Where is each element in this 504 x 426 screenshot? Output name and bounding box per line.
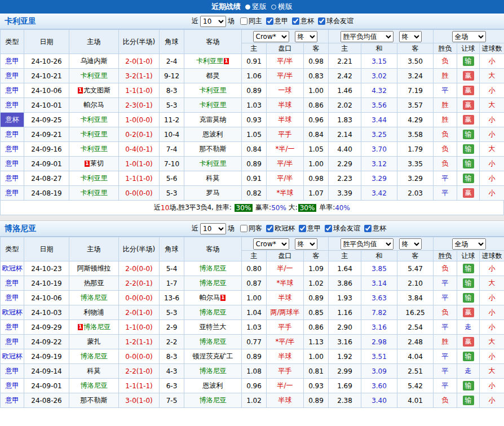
layout-radio-selected[interactable]: 竖版 [245, 2, 267, 11]
home-team[interactable]: 博洛尼亚 [69, 379, 119, 393]
away-team[interactable]: 博洛尼亚 [184, 335, 242, 349]
odds-stage-select[interactable]: 终 [295, 238, 317, 250]
away-team[interactable]: 博洛尼亚 [184, 305, 242, 320]
checkbox-input[interactable] [240, 17, 247, 25]
avg-odds-select[interactable]: 胜平负均值 [341, 31, 394, 42]
filter-checkbox-同主[interactable]: 同主 [240, 16, 262, 26]
match-score[interactable]: 0-2(0-1) [119, 127, 160, 142]
layout-radio-option[interactable]: 横版 [271, 2, 293, 11]
home-team[interactable]: 科莫 [69, 364, 119, 379]
match-score[interactable]: 1-1(1-0) [119, 171, 160, 186]
checkbox-input[interactable] [266, 17, 273, 25]
match-count-select[interactable]: 10 [200, 223, 226, 234]
checkbox-input[interactable] [266, 225, 273, 232]
away-team[interactable]: 帕尔马1 [184, 291, 242, 305]
home-team[interactable]: 阿斯顿维拉 [69, 261, 119, 276]
match-type: 意甲 [1, 157, 24, 171]
bookmaker-select[interactable]: Crow* [253, 238, 289, 250]
away-team[interactable]: 都灵 [184, 69, 242, 83]
scope-select[interactable]: 全场 [452, 31, 486, 42]
match-score[interactable]: 1-0(1-0) [119, 157, 160, 171]
odds-stage-select[interactable]: 终 [295, 31, 317, 42]
away-team[interactable]: 亚特兰大 [184, 320, 242, 335]
match-score[interactable]: 2-2(1-0) [119, 364, 160, 379]
home-team[interactable]: 卡利亚里 [69, 142, 119, 157]
match-score[interactable]: 1-0(0-0) [119, 113, 160, 127]
checkbox-input[interactable] [299, 225, 306, 232]
filter-checkbox-球会友谊[interactable]: 球会友谊 [318, 16, 353, 26]
checkbox-label: 意甲 [275, 16, 288, 26]
avg-odds-select[interactable]: 胜平负均值 [341, 238, 394, 250]
match-count-select[interactable]: 10 [200, 16, 226, 27]
match-score[interactable]: 2-0(1-0) [119, 54, 160, 69]
away-team[interactable]: 克雷莫纳 [184, 113, 242, 127]
match-score[interactable]: 3-2(1-1) [119, 69, 160, 83]
checkbox-input[interactable] [240, 225, 247, 232]
filter-checkbox-意甲[interactable]: 意甲 [266, 16, 288, 26]
away-team[interactable]: 卡利亚里 [184, 157, 242, 171]
checkbox-input[interactable] [292, 17, 299, 25]
away-team[interactable]: 卡利亚里 [184, 98, 242, 113]
away-team[interactable]: 卡利亚里1 [184, 54, 242, 69]
bookmaker-select[interactable]: Crow* [253, 31, 289, 42]
home-team[interactable]: 卡利亚里 [69, 113, 119, 127]
odds-home: 0.84 [242, 142, 267, 157]
scope-select[interactable]: 全场 [452, 238, 486, 250]
home-team[interactable]: 那不勒斯 [69, 393, 119, 408]
home-team[interactable]: 热那亚 [69, 276, 119, 291]
match-score[interactable]: 1-1(1-0) [119, 83, 160, 98]
home-team[interactable]: 卡利亚里 [69, 69, 119, 83]
match-score[interactable]: 1-1(1-1) [119, 379, 160, 393]
away-team[interactable]: 顿涅茨克矿工 [184, 349, 242, 364]
match-score[interactable]: 2-2(0-1) [119, 276, 160, 291]
checkbox-input[interactable] [364, 225, 372, 232]
handicap-result: 输 [463, 381, 474, 390]
match-score[interactable]: 0-4(0-1) [119, 142, 160, 157]
match-score[interactable]: 2-0(0-0) [119, 261, 160, 276]
filter-checkbox-意杯[interactable]: 意杯 [364, 224, 386, 233]
match-score[interactable]: 0-0(0-0) [119, 291, 160, 305]
away-team[interactable]: 博洛尼亚 [184, 393, 242, 408]
filter-checkbox-同客[interactable]: 同客 [240, 224, 262, 233]
avg-away: 2.48 [397, 335, 434, 349]
home-team[interactable]: 卡利亚里 [69, 127, 119, 142]
match-score[interactable]: 2-3(0-1) [119, 98, 160, 113]
filter-checkbox-球会友谊[interactable]: 球会友谊 [325, 224, 360, 233]
filter-checkbox-欧冠杯[interactable]: 欧冠杯 [266, 224, 295, 233]
filter-checkbox-意甲[interactable]: 意甲 [299, 224, 321, 233]
away-team[interactable]: 恩波利 [184, 379, 242, 393]
match-score[interactable]: 1-1(0-0) [119, 320, 160, 335]
matches-label: 场 [228, 16, 235, 26]
away-team[interactable]: 博洛尼亚 [184, 276, 242, 291]
home-team[interactable]: 博洛尼亚 [69, 291, 119, 305]
away-team[interactable]: 卡利亚里 [184, 83, 242, 98]
home-team[interactable]: 卡利亚里 [69, 186, 119, 201]
filter-checkbox-意杯[interactable]: 意杯 [292, 16, 314, 26]
away-team[interactable]: 罗马 [184, 186, 242, 201]
away-team[interactable]: 科莫 [184, 171, 242, 186]
home-team[interactable]: 博洛尼亚 [69, 349, 119, 364]
away-team[interactable]: 恩波利 [184, 127, 242, 142]
home-team[interactable]: 蒙扎 [69, 335, 119, 349]
checkbox-input[interactable] [325, 225, 332, 232]
match-score[interactable]: 0-0(0-0) [119, 186, 160, 201]
avg-home: 1.83 [329, 113, 361, 127]
avg-stage-select[interactable]: 终 [399, 31, 422, 42]
home-team[interactable]: 卡利亚里 [69, 171, 119, 186]
avg-stage-select[interactable]: 终 [399, 238, 422, 250]
match-score[interactable]: 2-0(1-0) [119, 305, 160, 320]
home-team[interactable]: 帕尔马 [69, 98, 119, 113]
home-team[interactable]: 1尤文图斯 [69, 83, 119, 98]
match-type: 意甲 [1, 142, 24, 157]
home-team[interactable]: 1博洛尼亚 [69, 320, 119, 335]
match-score[interactable]: 3-0(1-0) [119, 393, 160, 408]
away-team[interactable]: 博洛尼亚 [184, 364, 242, 379]
away-team[interactable]: 那不勒斯 [184, 142, 242, 157]
match-score[interactable]: 1-2(1-1) [119, 335, 160, 349]
home-team[interactable]: 1莱切 [69, 157, 119, 171]
away-team[interactable]: 博洛尼亚 [184, 261, 242, 276]
checkbox-input[interactable] [318, 17, 325, 25]
home-team[interactable]: 乌迪内斯 [69, 54, 119, 69]
match-score[interactable]: 0-0(0-0) [119, 349, 160, 364]
home-team[interactable]: 利物浦 [69, 305, 119, 320]
